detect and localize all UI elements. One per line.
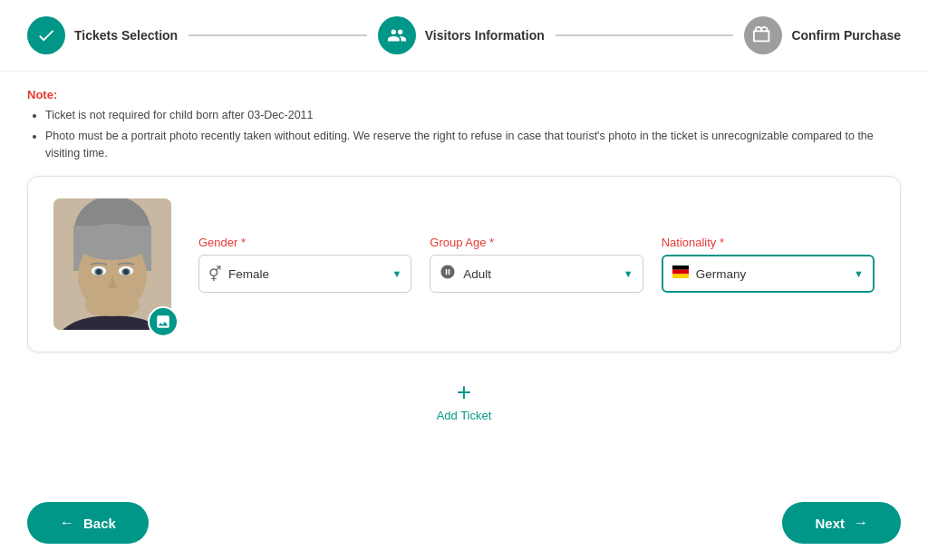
next-label: Next	[815, 516, 845, 531]
group-age-select[interactable]: Adult ▼	[430, 255, 643, 293]
back-arrow-icon: ←	[60, 515, 74, 531]
step-visitors-icon	[378, 16, 416, 54]
group-age-field-group: Group Age * Adult ▼	[430, 236, 643, 293]
svg-rect-16	[672, 275, 689, 279]
group-age-label: Group Age *	[430, 236, 643, 249]
svg-point-11	[123, 269, 129, 275]
add-ticket-button[interactable]: + Add Ticket	[437, 380, 492, 422]
svg-point-5	[76, 224, 149, 260]
step-confirm: Confirm Purchase	[744, 16, 901, 54]
svg-rect-14	[672, 266, 689, 270]
step-visitors: Visitors Information	[378, 16, 545, 54]
next-arrow-icon: →	[854, 515, 868, 531]
step-line-1	[188, 34, 367, 36]
nationality-field-group: Nationality * Germany ▼	[662, 236, 875, 293]
ticket-card: Gender * ⚥ Female ▼ Group Age *	[27, 176, 901, 352]
svg-rect-15	[672, 270, 689, 275]
nationality-select[interactable]: Germany ▼	[662, 255, 875, 293]
add-ticket-label: Add Ticket	[437, 409, 492, 422]
gender-field-group: Gender * ⚥ Female ▼	[198, 236, 411, 293]
gender-value: Female	[228, 267, 392, 281]
gender-icon: ⚥	[208, 266, 221, 283]
back-label: Back	[83, 516, 116, 531]
svg-point-12	[85, 293, 140, 318]
nationality-label: Nationality *	[662, 236, 875, 249]
step-tickets-icon	[27, 16, 65, 54]
add-plus-icon: +	[457, 380, 471, 405]
add-ticket-section: + Add Ticket	[27, 371, 901, 437]
form-fields: Gender * ⚥ Female ▼ Group Age *	[198, 236, 875, 293]
main-content: Note: Ticket is not required for child b…	[0, 72, 928, 491]
svg-point-10	[96, 269, 102, 275]
step-visitors-label: Visitors Information	[425, 28, 545, 43]
page-wrapper: Tickets Selection Visitors Information C…	[0, 0, 928, 560]
nationality-value: Germany	[696, 267, 854, 281]
photo-upload-button[interactable]	[148, 306, 179, 337]
step-tickets: Tickets Selection	[27, 16, 178, 54]
step-confirm-icon	[744, 16, 782, 54]
group-age-chevron-icon: ▼	[624, 268, 633, 279]
step-tickets-label: Tickets Selection	[74, 28, 178, 43]
gender-chevron-icon: ▼	[392, 268, 401, 279]
note-item-1: Ticket is not required for child born af…	[45, 107, 901, 124]
footer: ← Back Next →	[0, 491, 928, 560]
nationality-chevron-icon: ▼	[854, 268, 864, 279]
step-confirm-label: Confirm Purchase	[791, 28, 901, 43]
note-label: Note:	[27, 88, 901, 101]
back-button[interactable]: ← Back	[27, 502, 149, 544]
gender-label: Gender *	[198, 236, 411, 249]
note-list: Ticket is not required for child born af…	[27, 107, 901, 161]
next-button[interactable]: Next →	[782, 502, 901, 544]
gender-select[interactable]: ⚥ Female ▼	[198, 255, 411, 293]
group-age-icon	[440, 264, 456, 284]
note-item-2: Photo must be a portrait photo recently …	[45, 128, 901, 162]
flag-icon	[672, 266, 689, 282]
photo-area	[53, 198, 171, 330]
group-age-value: Adult	[463, 267, 623, 281]
stepper: Tickets Selection Visitors Information C…	[0, 0, 928, 72]
step-line-2	[556, 34, 734, 36]
note-section: Note: Ticket is not required for child b…	[27, 88, 901, 161]
